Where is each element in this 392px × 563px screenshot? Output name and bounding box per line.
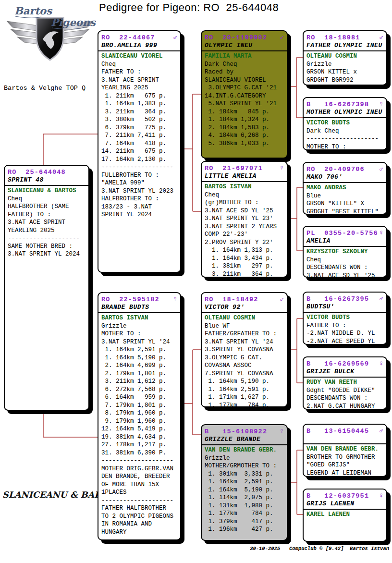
pedigree-text-line: 8. 179km 1,960 p.	[101, 409, 179, 417]
female-icon: ♀	[280, 165, 284, 172]
male-icon: ♂	[280, 296, 284, 303]
pigeon-name: SPRINT 48	[5, 176, 88, 185]
pedigree-text-line: 6. 379km 775 p.	[101, 124, 179, 132]
pedigree-page: Bartos ..... Pigeons Pedigree for Pigeon…	[0, 0, 392, 563]
fancier-name: BARTOS ISTVAN	[205, 183, 285, 191]
pedigree-text-line: 4. 184km 6,268 p.	[205, 132, 285, 140]
pedigree-text-line: --------------------	[101, 163, 179, 171]
pedigree-text-line: 3.OLYMPIC G CAT.	[205, 354, 285, 362]
pedigree-text-line: 7. 179km 1,801 p.	[101, 402, 179, 410]
pedigree-text-line: 3.SPRINT YL COVASNA	[205, 346, 285, 354]
pigeon-name: FATHER OLYMPIC INEU	[304, 42, 386, 50]
pedigree-text-line: 1. 114km 2,075 p.	[205, 494, 285, 502]
pedigree-text-line: 3. 211km 364 p.	[101, 108, 179, 116]
pedigree-text-line: COMP 22'-23'	[205, 231, 285, 239]
pedigree-text-line: 3. 211km 1,612 p.	[101, 378, 179, 386]
pigeon-name: GRIZZLE BRANDE	[202, 436, 287, 444]
pedigree-text-line: 1. 381km 297 p.	[205, 262, 285, 270]
pedigree-text-line: 1. 184km 1,324 p.	[205, 116, 285, 124]
pedigree-text-line: 1. 211km 675 p.	[101, 92, 179, 100]
ring-number: RO 21-697071	[205, 165, 263, 172]
pigeon-name: GRIJS LAENEN	[304, 500, 386, 509]
fancier-name: FAMILIA MARTA	[205, 52, 285, 61]
pigeon-header: B 13-6150445♂	[304, 425, 386, 444]
pedigree-text-line: 5. 386km 1,033 p.	[205, 140, 285, 148]
pedigree-text-line: FATHER TO :	[306, 322, 385, 330]
pigeon-header: B 15-6108922♀GRIZZLE BRANDE	[202, 425, 287, 445]
pedigree-text-line: HALFBROTHER (SAME	[8, 203, 87, 211]
pigeon-box-mother: RO 22-595182♀BRANDE BUDTSBARTOS ISTVANGr…	[98, 292, 181, 540]
pedigree-text-line: 14.INT.G.CATEGORY	[205, 92, 285, 100]
pigeon-details: OLTEANU COSMINGrizzleGRSON KITTEL xGRDGH…	[304, 51, 386, 84]
pigeon-box-maternal-grandmother: B 15-6108922♀GRIZZLE BRANDEVAN DEN BRAND…	[201, 424, 288, 541]
pedigree-text-line: Grizzle	[101, 322, 179, 330]
ring-number: RO 18-18492	[205, 296, 258, 303]
pedigree-text-line: 19. 381km 4,634 p.	[101, 433, 179, 441]
logo-dots: .....	[42, 15, 50, 20]
female-icon: ♀	[173, 296, 177, 303]
pedigree-text-line: 5.NAT SPRINT YL '21	[205, 100, 285, 108]
pigeon-details: SLANICEANU & BARTOSCheqHALFBROTHER (SAME…	[5, 186, 88, 258]
pedigree-text-line: Dark Cheq	[306, 127, 385, 135]
pedigree-text-line: 7. 164km 418 p.	[101, 140, 179, 148]
pedigree-text-line: YEARLING 2025	[8, 227, 87, 235]
pedigree-text-line: 1. 184km 845 p.	[205, 108, 285, 116]
ring-number: B 16-6267398	[306, 101, 369, 108]
pedigree-text-line: 3.NAT SPRINT YL 2023	[101, 187, 179, 196]
pedigree-text-line: 3.NAT SPRINT YL '24	[101, 338, 179, 346]
pigeon-header: RO 20-409706♂MAKO 706'	[304, 163, 386, 183]
pedigree-text-line: 1. 131km 1,980 p.	[205, 502, 285, 510]
male-icon: ♂	[173, 34, 177, 41]
pedigree-text-line: -2.NAT ACE SPEED YL	[306, 338, 385, 345]
pedigree-text-line: 183/23 - 3.NAT	[101, 203, 179, 211]
pedigree-text-line: MOTHER ORIG.GEBR.VAN	[101, 465, 179, 473]
pigeon-name	[304, 435, 386, 443]
pedigree-text-line: 12. 164km 5,419 p.	[101, 425, 179, 433]
pigeon-box-paternal-grandfather: RO 20-1199902♂OLYMPIC INEUFAMILIA MARTAD…	[201, 30, 288, 159]
pedigree-text-line: FULLBROTHER TO :	[101, 171, 179, 180]
pigeon-box-great-grandparent-6: B 16-6269569♀GRIJZE BULCKRUDY VAN REETHG…	[303, 356, 387, 410]
pedigree-text-line: Cheq	[101, 61, 179, 69]
pedigree-text-line: HUNGARY	[101, 528, 179, 537]
pedigree-text-line: Cheq	[205, 191, 285, 199]
pedigree-text-line: FATHER/GRFATHER TO :	[205, 330, 285, 338]
pedigree-text-line: 1. 164km 2,591 p.	[205, 386, 285, 394]
pigeon-details: FAMILIA MARTADark CheqRaced bySLANICEANU…	[202, 51, 287, 147]
pigeon-name: BUDTSU'	[304, 303, 386, 312]
pedigree-text-line: SLANICEANU VIOREL	[205, 76, 285, 85]
pedigree-text-line: Cheq	[8, 195, 87, 203]
pigeon-box-great-grandparent-2: B 16-6267398♀MOTHER OLYMPIC INEUVICTOR B…	[303, 97, 387, 150]
female-icon: ♀	[379, 230, 383, 237]
fancier-name: VICTOR BUDTS	[306, 119, 385, 127]
pedigree-text-line: (gr)MOTHER TO :	[205, 199, 285, 207]
pigeon-details: SLANICEANU VIORELCheqFATHER TO :3.NAT AC…	[98, 51, 180, 219]
pedigree-text-line: 1. 164km 5,190 p.	[101, 354, 179, 362]
ring-number: RO 20-409706	[306, 166, 365, 173]
pedigree-text-line: 1. 177km 784 p.	[205, 402, 285, 408]
pedigree-text-line: 2. 184km 1,583 p.	[205, 124, 285, 132]
pigeon-name: VICTOR 92'	[202, 304, 287, 312]
pedigree-text-line: SAME MOTHER BRED :	[8, 243, 87, 251]
pigeon-box-great-grandparent-5: B 16-6267395♂BUDTSU'VICTOR BUDTSFATHER T…	[303, 292, 387, 345]
bartos-pigeons-logo: Bartos ..... Pigeons	[4, 2, 96, 75]
pigeon-header: RO 18-18492♂VICTOR 92'	[202, 293, 287, 313]
pedigree-text-line: BROTHER TO GRMOTHER	[306, 453, 385, 462]
pedigree-text-line: "AMELIA 999"	[101, 179, 179, 187]
pedigree-text-line: 2. 179km 1,801 p.	[101, 370, 179, 378]
pedigree-text-line: OF MORE THAN 15X	[101, 481, 179, 489]
pedigree-text-line: YEARLING 2025	[101, 84, 179, 92]
pigeon-box-subject: RO 25-644048SPRINT 48SLANICEANU & BARTOS…	[4, 165, 89, 411]
ring-number: PL 0355-20-5756	[306, 230, 378, 237]
pigeon-details: VAN DEN BRANDE GEBR.BROTHER TO GRMOTHER"…	[304, 444, 386, 477]
fancier-name: VICTOR BUDTS	[306, 314, 385, 322]
pedigree-text-line: --------------------	[101, 457, 179, 465]
ring-number: RO 22-595182	[101, 296, 159, 303]
pedigree-text-line: 1. 171km 1,627 p.	[205, 393, 285, 402]
pedigree-text-line: 27. 178km 1,217 p.	[101, 441, 179, 449]
ring-number: RO 18-18981	[306, 34, 360, 41]
pedigree-text-line: 1. 164km 3,434 p.	[205, 255, 285, 263]
pedigree-text-line: GRSON KITTEL x	[306, 68, 385, 76]
pedigree-text-line: 31. 381km 6,390 P.	[101, 449, 179, 457]
pedigree-text-line: 3.NAT ACE SPRINT	[101, 76, 179, 85]
pigeon-name: OLYMPIC INEU	[202, 42, 287, 50]
